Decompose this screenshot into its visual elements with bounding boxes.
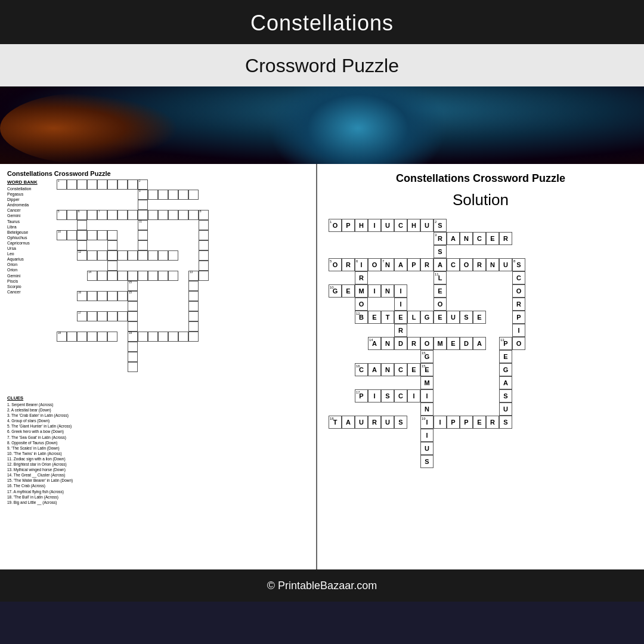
puzzle-cell[interactable] <box>87 250 97 261</box>
puzzle-cell[interactable]: 10 <box>57 230 67 240</box>
puzzle-cell[interactable] <box>199 230 209 240</box>
puzzle-cell[interactable] <box>107 332 117 342</box>
puzzle-cell[interactable] <box>87 291 97 301</box>
puzzle-cell[interactable] <box>117 210 128 220</box>
puzzle-cell[interactable] <box>77 230 87 240</box>
puzzle-cell[interactable] <box>87 179 97 190</box>
puzzle-cell[interactable] <box>138 230 148 240</box>
puzzle-cell[interactable] <box>117 291 128 301</box>
puzzle-cell[interactable] <box>67 179 77 190</box>
puzzle-cell[interactable] <box>107 271 117 281</box>
puzzle-cell[interactable] <box>107 230 117 240</box>
puzzle-cell[interactable]: 7 <box>97 210 107 220</box>
puzzle-cell[interactable] <box>128 342 138 352</box>
puzzle-cell[interactable]: 12 <box>77 250 87 261</box>
puzzle-cell[interactable] <box>138 250 148 261</box>
puzzle-cell[interactable] <box>188 321 199 332</box>
puzzle-cell[interactable] <box>97 179 107 190</box>
puzzle-cell[interactable] <box>128 210 138 220</box>
puzzle-cell[interactable] <box>67 230 77 240</box>
puzzle-cell[interactable] <box>138 240 148 250</box>
puzzle-cell[interactable] <box>97 291 107 301</box>
puzzle-cell[interactable] <box>77 332 87 342</box>
puzzle-cell[interactable] <box>199 261 209 271</box>
puzzle-cell[interactable] <box>117 250 128 261</box>
puzzle-cell[interactable]: 19 <box>128 332 138 342</box>
puzzle-cell[interactable]: 1 <box>57 179 67 190</box>
puzzle-cell[interactable] <box>199 271 209 281</box>
puzzle-cell[interactable] <box>128 362 138 372</box>
puzzle-cell[interactable] <box>107 250 117 261</box>
puzzle-cell[interactable] <box>178 332 188 342</box>
puzzle-cell[interactable] <box>67 332 77 342</box>
puzzle-cell[interactable] <box>148 210 158 220</box>
puzzle-cell[interactable]: 14 <box>87 271 97 281</box>
puzzle-cell[interactable] <box>77 240 87 250</box>
puzzle-cell[interactable] <box>188 301 199 311</box>
puzzle-cell[interactable]: 2 <box>138 179 148 190</box>
puzzle-cell[interactable] <box>128 301 138 311</box>
puzzle-cell[interactable] <box>148 190 158 200</box>
puzzle-cell[interactable]: 11 <box>138 220 148 230</box>
puzzle-cell[interactable] <box>87 210 97 220</box>
puzzle-cell[interactable]: 17 <box>77 311 87 321</box>
puzzle-cell[interactable]: 6 <box>77 210 87 220</box>
puzzle-cell[interactable]: 13 <box>188 271 199 281</box>
puzzle-cell[interactable] <box>188 210 199 220</box>
puzzle-cell[interactable] <box>97 332 107 342</box>
puzzle-cell[interactable] <box>128 179 138 190</box>
puzzle-cell[interactable] <box>138 210 148 220</box>
puzzle-cell[interactable] <box>97 250 107 261</box>
puzzle-cell[interactable] <box>97 311 107 321</box>
puzzle-cell[interactable] <box>117 179 128 190</box>
puzzle-cell[interactable]: 8 <box>199 210 209 220</box>
puzzle-cell[interactable] <box>128 352 138 362</box>
puzzle-cell[interactable] <box>128 311 138 321</box>
puzzle-cell[interactable] <box>168 271 178 281</box>
puzzle-cell[interactable] <box>188 281 199 291</box>
puzzle-cell[interactable]: 15 <box>128 281 138 291</box>
puzzle-cell[interactable]: 18 <box>57 332 67 342</box>
puzzle-cell[interactable] <box>87 311 97 321</box>
puzzle-cell[interactable] <box>188 332 199 342</box>
puzzle-cell[interactable]: 5 <box>57 210 67 220</box>
puzzle-cell[interactable] <box>199 240 209 250</box>
puzzle-cell[interactable] <box>188 190 199 200</box>
puzzle-cell[interactable] <box>178 210 188 220</box>
puzzle-cell[interactable] <box>188 291 199 301</box>
puzzle-cell[interactable] <box>107 240 117 250</box>
puzzle-cell[interactable] <box>158 250 168 261</box>
puzzle-cell[interactable] <box>107 179 117 190</box>
puzzle-cell[interactable] <box>199 220 209 230</box>
puzzle-cell[interactable] <box>87 230 97 240</box>
puzzle-cell[interactable] <box>67 210 77 220</box>
puzzle-cell[interactable]: 3 <box>138 190 148 200</box>
puzzle-cell[interactable] <box>138 332 148 342</box>
puzzle-cell[interactable] <box>87 332 97 342</box>
puzzle-cell[interactable] <box>128 321 138 332</box>
puzzle-cell[interactable] <box>168 332 178 342</box>
puzzle-cell[interactable]: 15 <box>128 291 138 301</box>
puzzle-cell[interactable] <box>117 271 128 281</box>
puzzle-cell[interactable]: 16 <box>77 291 87 301</box>
puzzle-cell[interactable] <box>128 250 138 261</box>
puzzle-cell[interactable] <box>148 271 158 281</box>
puzzle-cell[interactable] <box>158 210 168 220</box>
puzzle-cell[interactable] <box>107 210 117 220</box>
puzzle-cell[interactable] <box>107 261 117 271</box>
puzzle-cell[interactable] <box>107 291 117 301</box>
puzzle-cell[interactable] <box>138 271 148 281</box>
puzzle-cell[interactable] <box>188 311 199 321</box>
puzzle-cell[interactable] <box>97 230 107 240</box>
puzzle-cell[interactable] <box>148 250 158 261</box>
puzzle-cell[interactable] <box>117 311 128 321</box>
puzzle-cell[interactable] <box>158 271 168 281</box>
puzzle-cell[interactable] <box>77 220 87 230</box>
puzzle-cell[interactable] <box>77 179 87 190</box>
puzzle-cell[interactable] <box>107 311 117 321</box>
puzzle-cell[interactable] <box>148 332 158 342</box>
puzzle-cell[interactable] <box>178 190 188 200</box>
puzzle-cell[interactable] <box>168 190 178 200</box>
puzzle-cell[interactable] <box>128 271 138 281</box>
puzzle-cell[interactable] <box>97 271 107 281</box>
